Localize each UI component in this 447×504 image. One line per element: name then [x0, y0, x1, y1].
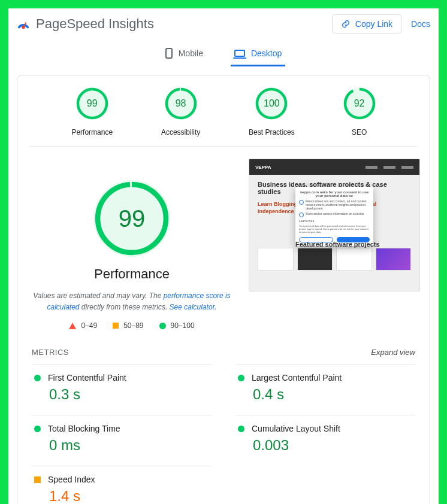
- svg-point-3: [167, 89, 195, 118]
- performance-big-gauge: 99: [93, 180, 170, 257]
- tab-desktop-label: Desktop: [251, 48, 282, 58]
- metric-tbt: Total Blocking Time 0 ms: [32, 415, 212, 459]
- tab-desktop[interactable]: Desktop: [231, 42, 285, 66]
- legend-range: 50–89: [123, 321, 143, 330]
- metric-fcp: First Contentful Paint 0.3 s: [32, 364, 212, 408]
- metric-value: 0.3 s: [49, 386, 209, 403]
- device-tabs: Mobile Desktop: [8, 42, 439, 66]
- gauge-ring-icon: [165, 87, 197, 120]
- metric-value: 0.4 s: [253, 386, 413, 403]
- gauge-ring-icon: [76, 87, 108, 120]
- pagespeed-logo-icon: [17, 17, 30, 31]
- gauge-label: Accessibility: [161, 128, 200, 136]
- metric-name: Total Blocking Time: [48, 424, 120, 433]
- legend-range: 0–49: [81, 321, 97, 330]
- metric-speed-index: Speed Index 1.4 s: [32, 466, 212, 504]
- status-dot-icon: [34, 426, 41, 432]
- tab-mobile-label: Mobile: [179, 48, 203, 58]
- metric-name: Speed Index: [48, 475, 95, 484]
- gauge-ring-icon: [93, 180, 170, 257]
- gauge-label: Best Practices: [249, 128, 295, 136]
- performance-summary: 99 Performance Values are estimated and …: [27, 156, 237, 330]
- score-legend: 0–49 50–89 90–100: [69, 321, 194, 330]
- copy-link-button[interactable]: Copy Link: [332, 14, 401, 34]
- metric-value: 0.003: [253, 437, 413, 454]
- gauge-label: Performance: [71, 128, 113, 136]
- metric-value: 0 ms: [49, 437, 209, 454]
- desktop-icon: [234, 50, 245, 57]
- metric-cls: Cumulative Layout Shift 0.003: [235, 415, 415, 459]
- metric-value: 1.4 s: [49, 488, 209, 504]
- copy-link-label: Copy Link: [355, 19, 392, 29]
- status-dot-icon: [238, 426, 244, 432]
- circle-icon: [159, 323, 166, 329]
- docs-link[interactable]: Docs: [411, 19, 430, 29]
- gauge-ring-icon: [255, 87, 288, 120]
- metrics-grid: First Contentful Paint 0.3 s Largest Con…: [23, 364, 424, 504]
- metrics-heading: METRICS: [32, 348, 69, 357]
- triangle-icon: [69, 323, 76, 329]
- svg-point-5: [345, 89, 374, 118]
- svg-point-4: [257, 89, 286, 118]
- link-icon: [341, 19, 351, 29]
- square-icon: [113, 323, 119, 329]
- status-dot-icon: [34, 375, 41, 381]
- header: PageSpeed Insights Copy Link Docs: [8, 8, 439, 40]
- status-square-icon: [34, 476, 41, 483]
- metric-name: Cumulative Layout Shift: [252, 424, 340, 433]
- estimation-note: Values are estimated and may vary. The p…: [27, 290, 237, 313]
- performance-label: Performance: [94, 266, 170, 282]
- tab-mobile[interactable]: Mobile: [162, 42, 207, 66]
- metric-name: First Contentful Paint: [48, 373, 126, 382]
- svg-point-6: [98, 184, 166, 253]
- metric-name: Largest Contentful Paint: [252, 373, 342, 382]
- category-gauges: 99 Performance 98 Accessibility 100 Best…: [47, 87, 400, 136]
- gauge-accessibility[interactable]: 98 Accessibility: [161, 87, 200, 136]
- gauge-label: SEO: [352, 128, 367, 136]
- report-card: 99 Performance 98 Accessibility 100 Best…: [17, 75, 430, 504]
- expand-view-toggle[interactable]: Expand view: [371, 348, 415, 357]
- calculator-link[interactable]: See calculator.: [170, 303, 217, 311]
- page-screenshot-thumbnail: VEPPA Business ideas, software projects …: [249, 159, 420, 292]
- gauge-ring-icon: [343, 87, 376, 120]
- metric-lcp: Largest Contentful Paint 0.4 s: [235, 364, 415, 408]
- gauge-best-practices[interactable]: 100 Best Practices: [249, 87, 295, 136]
- app-title: PageSpeed Insights: [36, 16, 154, 32]
- svg-point-2: [78, 89, 107, 118]
- gauge-seo[interactable]: 92 SEO: [343, 87, 376, 136]
- legend-range: 90–100: [171, 321, 195, 330]
- mobile-icon: [165, 48, 173, 59]
- status-dot-icon: [238, 375, 244, 381]
- consent-modal-icon: veppa.com asks for your consent to use y…: [295, 187, 373, 246]
- gauge-performance[interactable]: 99 Performance: [71, 87, 113, 136]
